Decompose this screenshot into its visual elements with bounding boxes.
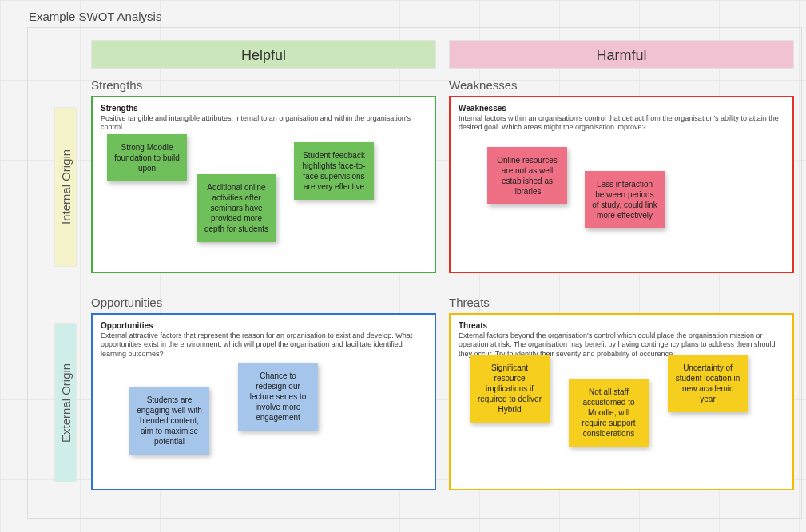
swot-canvas: Example SWOT Analysis Helpful Harmful In… (0, 0, 806, 532)
quadrant-strengths[interactable]: Strengths Positive tangible and intangib… (91, 96, 436, 273)
sticky-note[interactable]: Online resources are not as well establi… (487, 147, 567, 204)
sticky-note[interactable]: Less interaction between periods of stud… (585, 171, 665, 228)
quadrant-label-threats: Threats (449, 296, 490, 309)
sticky-note[interactable]: Additional online activities after semin… (197, 174, 276, 242)
sticky-note[interactable]: Strong Moodle foundation to build upon (107, 134, 187, 181)
quadrant-description-opportunities: External attractive factors that represe… (101, 332, 427, 359)
column-header-harmful: Harmful (449, 40, 794, 69)
row-header-internal: Internal Origin (54, 107, 77, 267)
sticky-note[interactable]: Chance to redesign our lecture series to… (238, 363, 318, 431)
quadrant-description-weaknesses: Internal factors within an organisation'… (459, 114, 784, 133)
quadrant-threats[interactable]: Threats External factors beyond the orga… (449, 313, 794, 490)
quadrant-description-strengths: Positive tangible and intangible attribu… (101, 114, 427, 133)
quadrant-weaknesses[interactable]: Weaknesses Internal factors within an or… (449, 96, 794, 273)
quadrant-heading-opportunities: Opportunities (101, 321, 427, 330)
quadrant-heading-weaknesses: Weaknesses (459, 104, 784, 113)
sticky-note[interactable]: Uncertainty of student location in new a… (668, 355, 748, 412)
column-header-helpful: Helpful (91, 40, 436, 69)
sticky-note[interactable]: Student feedback highlights face-to-face… (294, 142, 374, 200)
quadrant-opportunities[interactable]: Opportunities External attractive factor… (91, 313, 436, 490)
sticky-note[interactable]: Students are engaging well with blended … (129, 387, 209, 455)
sticky-note[interactable]: Not all staff accustomed to Moodle, will… (569, 379, 649, 447)
quadrant-heading-strengths: Strengths (101, 104, 427, 113)
quadrant-label-strengths: Strengths (91, 78, 142, 92)
diagram-title: Example SWOT Analysis (29, 10, 161, 23)
quadrant-label-weaknesses: Weaknesses (449, 78, 518, 92)
quadrant-heading-threats: Threats (459, 321, 784, 330)
row-header-external: External Origin (54, 323, 77, 482)
quadrant-label-opportunities: Opportunities (91, 296, 162, 309)
sticky-note[interactable]: Significant resource implications if req… (470, 355, 550, 423)
